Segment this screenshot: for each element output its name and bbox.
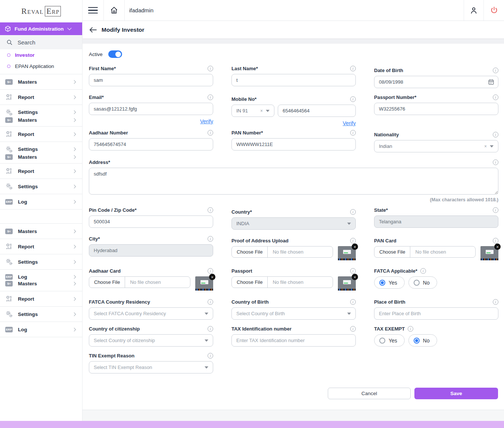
info-icon[interactable]: i (350, 268, 356, 274)
radio-icon (414, 280, 420, 286)
info-icon[interactable]: i (350, 299, 356, 305)
sidebar-item-investor[interactable]: Investor (0, 49, 82, 61)
sidebar-item-report[interactable]: Report (0, 126, 82, 142)
menu-toggle-button[interactable] (83, 0, 104, 21)
nationality-select[interactable]: Indian × (374, 140, 498, 152)
email-input[interactable] (89, 103, 213, 115)
info-icon[interactable]: i (493, 159, 498, 165)
place-of-birth-input[interactable] (374, 307, 498, 320)
clear-icon[interactable]: × (484, 144, 487, 149)
sidebar-item-settings[interactable]: Settings$=Masters (0, 142, 82, 163)
aadhaar-number-input[interactable] (89, 138, 213, 151)
info-icon[interactable]: i (493, 132, 498, 137)
info-icon[interactable]: i (420, 268, 426, 274)
info-icon[interactable]: i (208, 353, 213, 359)
sidebar-item-report[interactable]: Report (0, 89, 82, 105)
sidebar-item-report[interactable]: Report (0, 291, 82, 306)
info-icon[interactable]: i (208, 236, 213, 242)
choose-file-button[interactable]: Choose File (232, 277, 268, 288)
sidebar-item-log[interactable]: ERPLog$=Masters (0, 269, 82, 291)
info-icon[interactable]: i (350, 209, 356, 215)
verify-mobile-link[interactable]: Verify (343, 120, 356, 126)
sidebar-item-settings[interactable]: Settings (0, 306, 82, 322)
sidebar-search[interactable]: Search (0, 35, 82, 49)
sidebar-item-settings[interactable]: Settings (0, 179, 82, 194)
tax-exempt-yes-radio[interactable]: Yes (374, 334, 405, 347)
info-icon[interactable]: i (350, 238, 356, 244)
info-icon[interactable]: i (208, 326, 213, 332)
info-icon[interactable]: i (208, 94, 213, 100)
country-of-citizenship-select[interactable]: Select Country of citizenship (89, 334, 213, 347)
info-icon[interactable]: i (493, 94, 498, 100)
choose-file-button[interactable]: Choose File (374, 246, 410, 257)
sidebar-item-settings[interactable]: Settings (0, 254, 82, 269)
remove-file-icon[interactable]: × (352, 274, 358, 280)
pan-card-thumbnail[interactable]: × (480, 246, 498, 260)
clear-icon[interactable]: × (260, 108, 263, 114)
home-button[interactable] (104, 0, 125, 21)
sidebar-item-report[interactable]: Report (0, 163, 82, 179)
sidebar-item-log[interactable]: ERPLog (0, 322, 82, 337)
info-icon[interactable]: i (493, 207, 498, 213)
info-icon[interactable]: i (493, 238, 498, 244)
mobile-number-input[interactable] (278, 105, 356, 117)
aadhaar-card-thumbnail[interactable]: × (195, 276, 213, 291)
aadhaar-card-upload[interactable]: Choose File No file chosen (89, 276, 190, 288)
fatca-yes-radio[interactable]: Yes (374, 276, 405, 289)
passport-upload[interactable]: Choose File No file chosen (231, 276, 333, 288)
calendar-icon[interactable] (488, 79, 494, 85)
last-name-input[interactable] (231, 74, 356, 86)
address-textarea[interactable]: sdfsdf (89, 168, 498, 195)
remove-file-icon[interactable]: × (209, 274, 215, 280)
fatca-country-residency-label: FATCA Country Residency (89, 299, 150, 305)
cancel-button[interactable]: Cancel (328, 388, 411, 399)
info-icon[interactable]: i (208, 207, 213, 213)
first-name-input[interactable] (89, 74, 213, 86)
verify-email-link[interactable]: Verify (200, 118, 213, 124)
tax-exempt-no-radio[interactable]: No (408, 334, 437, 347)
pan-card-upload[interactable]: Choose File No file chosen (374, 246, 476, 258)
country-of-birth-select[interactable]: Select Country of Birth (231, 307, 356, 320)
fatca-country-residency-select[interactable]: Select FATCA Country Residency (89, 307, 213, 320)
sidebar-item-epan-application[interactable]: EPAN Application (0, 61, 82, 72)
sidebar-item-masters[interactable]: $=Masters (0, 74, 82, 89)
date-of-birth-input[interactable] (374, 76, 498, 88)
info-icon[interactable]: i (350, 96, 356, 102)
pan-number-input[interactable] (231, 138, 356, 151)
info-icon[interactable]: i (350, 326, 356, 332)
info-icon[interactable]: i (493, 68, 498, 73)
active-toggle[interactable] (108, 50, 122, 58)
tin-exempt-reason-select[interactable]: Select TIN Exempt Reason (89, 361, 213, 373)
info-icon[interactable]: i (208, 66, 213, 71)
country-code-select[interactable]: IN 91 × (231, 105, 274, 117)
sidebar-item-masters[interactable]: $=Masters (0, 223, 82, 239)
chevron-right-icon (72, 118, 76, 122)
fatca-no-radio[interactable]: No (408, 276, 437, 289)
info-icon[interactable]: i (208, 130, 213, 136)
proof-of-address-upload[interactable]: Choose File No file chosen (231, 246, 333, 258)
tax-identification-input[interactable] (231, 334, 356, 347)
pin-code-input[interactable] (89, 215, 213, 228)
choose-file-button[interactable]: Choose File (89, 277, 125, 288)
sidebar-item-log[interactable]: ERPLog (0, 194, 82, 209)
passport-number-input[interactable] (374, 103, 498, 115)
info-icon[interactable]: i (350, 130, 356, 136)
back-button[interactable] (89, 27, 97, 33)
module-selector[interactable]: Fund Administration (0, 22, 82, 35)
info-icon[interactable]: i (350, 66, 356, 71)
remove-file-icon[interactable]: × (494, 244, 501, 250)
sidebar-item-report[interactable]: Report (0, 239, 82, 254)
choose-file-button[interactable]: Choose File (232, 246, 268, 257)
info-icon[interactable]: i (208, 268, 213, 274)
passport-thumbnail[interactable]: × (338, 276, 356, 291)
sidebar-item-settings[interactable]: Settings$=Masters (0, 105, 82, 126)
info-icon[interactable]: i (493, 299, 498, 305)
info-icon[interactable]: i (408, 326, 413, 332)
logout-button[interactable] (483, 0, 504, 21)
remove-file-icon[interactable]: × (352, 244, 358, 250)
info-icon[interactable]: i (208, 299, 213, 305)
proof-of-address-thumbnail[interactable]: × (338, 246, 356, 260)
brand-logo[interactable]: Reval Erp (0, 0, 82, 22)
save-button[interactable]: Save (414, 388, 498, 399)
profile-button[interactable] (464, 0, 483, 21)
